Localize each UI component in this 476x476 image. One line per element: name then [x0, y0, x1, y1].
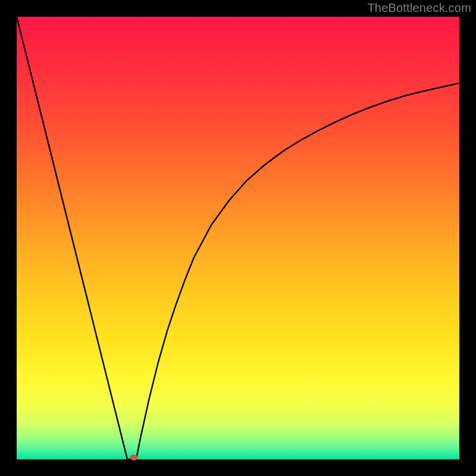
optimal-point-marker: [130, 455, 138, 461]
plot-background: [17, 17, 459, 459]
chart-svg: [0, 0, 476, 476]
attribution-text: TheBottleneck.com: [367, 1, 471, 15]
chart-container: TheBottleneck.com: [0, 0, 476, 476]
